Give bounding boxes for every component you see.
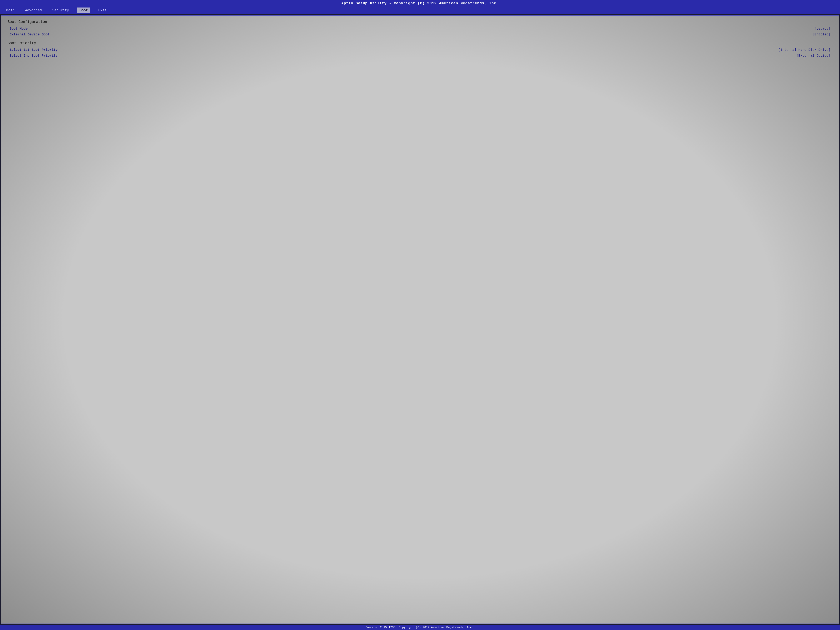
nav-security[interactable]: Security [50,8,71,13]
boot-mode-value: [Legacy] [815,27,831,31]
nav-exit[interactable]: Exit [96,8,109,13]
second-boot-priority-value: [External Device] [796,54,831,58]
boot-mode-row[interactable]: Boot Mode [Legacy] [8,27,832,31]
nav-advanced[interactable]: Advanced [23,8,44,13]
external-device-boot-value: [Enabled] [813,33,831,36]
footer-text: Version 2.15.1236. Copyright (C) 2012 Am… [366,626,474,629]
first-boot-priority-row[interactable]: Select 1st Boot Priority [Internal Hard … [8,48,832,52]
external-device-boot-label: External Device Boot [9,33,50,36]
boot-mode-label: Boot Mode [9,27,27,31]
nav-bar: Main Advanced Security Boot Exit [0,7,840,14]
nav-main[interactable]: Main [4,8,17,13]
first-boot-priority-value: [Internal Hard Disk Drive] [778,48,831,52]
footer-bar: Version 2.15.1236. Copyright (C) 2012 Am… [0,625,840,630]
main-content: Boot Configuration Boot Mode [Legacy] Ex… [1,15,839,624]
vignette-overlay [1,16,839,624]
second-boot-priority-row[interactable]: Select 2nd Boot Priority [External Devic… [8,54,832,58]
boot-configuration-title: Boot Configuration [8,20,832,24]
title-text: Aptio Setup Utility - Copyright (C) 2012… [341,1,499,5]
title-bar: Aptio Setup Utility - Copyright (C) 2012… [0,0,840,7]
nav-boot[interactable]: Boot [77,8,90,13]
second-boot-priority-label: Select 2nd Boot Priority [9,54,57,58]
boot-priority-title: Boot Priority [8,41,832,45]
first-boot-priority-label: Select 1st Boot Priority [9,48,57,52]
bios-screen: Aptio Setup Utility - Copyright (C) 2012… [0,0,840,630]
external-device-boot-row[interactable]: External Device Boot [Enabled] [8,32,832,37]
